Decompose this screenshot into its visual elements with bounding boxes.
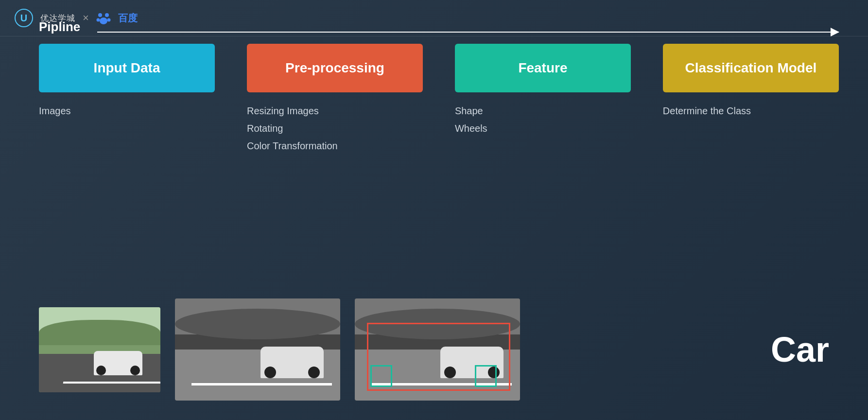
pipeline-boxes: Input Data Images Pre-processing Resizin… xyxy=(39,44,839,155)
feature-desc-shape: Shape xyxy=(455,102,487,120)
preprocessing-desc-color: Color Transformation xyxy=(247,137,338,155)
svg-point-4 xyxy=(100,18,107,24)
u-logo-icon: U xyxy=(15,9,33,27)
feature-desc: Shape Wheels xyxy=(455,102,487,137)
classification-desc: Determine the Class xyxy=(663,102,751,120)
classification-box: Classification Model xyxy=(663,44,839,92)
input-data-desc: Images xyxy=(39,102,71,120)
header-bar: U 优达学城 × 百度 xyxy=(0,0,868,36)
detected-car-image xyxy=(355,298,520,401)
pipeline-column-input: Input Data Images xyxy=(39,44,215,120)
pipeline-title: Pipline xyxy=(39,19,80,35)
images-section: Car xyxy=(39,298,839,401)
preprocessing-desc: Resizing Images Rotating Color Transform… xyxy=(247,102,338,155)
classification-label: Classification Model xyxy=(685,60,817,76)
pipeline-column-feature: Feature Shape Wheels xyxy=(455,44,631,137)
svg-point-3 xyxy=(107,18,110,22)
classification-desc-class: Determine the Class xyxy=(663,102,751,120)
color-car-image xyxy=(39,307,160,392)
baidu-name: 百度 xyxy=(118,12,138,25)
feature-desc-wheels: Wheels xyxy=(455,120,487,137)
preprocessing-desc-resize: Resizing Images xyxy=(247,102,338,120)
feature-label: Feature xyxy=(518,60,567,76)
preprocessing-box: Pre-processing xyxy=(247,44,423,92)
teal-detection-box-right xyxy=(475,365,497,387)
input-data-label: Input Data xyxy=(94,60,160,76)
baidu-paw-icon xyxy=(96,11,111,25)
svg-point-2 xyxy=(96,18,100,22)
preprocessing-label: Pre-processing xyxy=(285,60,384,76)
pipeline-column-preprocessing: Pre-processing Resizing Images Rotating … xyxy=(247,44,423,155)
separator: × xyxy=(83,12,89,24)
input-desc-images: Images xyxy=(39,102,71,120)
gray-car-image xyxy=(175,298,340,401)
preprocessing-desc-rotate: Rotating xyxy=(247,120,338,137)
svg-point-0 xyxy=(98,13,102,17)
feature-box: Feature xyxy=(455,44,631,92)
pipeline-column-classification: Classification Model Determine the Class xyxy=(663,44,839,120)
result-label: Car xyxy=(771,330,839,369)
pipeline-arrow xyxy=(97,32,839,33)
input-data-box: Input Data xyxy=(39,44,215,92)
svg-point-1 xyxy=(105,13,109,17)
teal-detection-box-left xyxy=(370,365,392,387)
